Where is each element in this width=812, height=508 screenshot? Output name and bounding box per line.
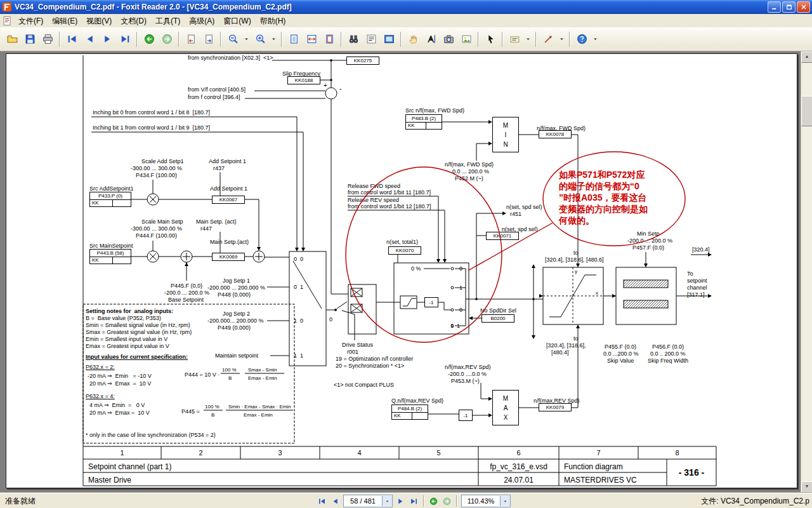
- chevron-down-icon[interactable]: [500, 496, 510, 506]
- title-bar: VC34_Compendium_C2.pdf - Foxit Reader 2.…: [0, 0, 812, 14]
- save-button[interactable]: [22, 31, 38, 48]
- status-bar: 准备就绪 58 / 481110.43% 文件: VC34_Compendium…: [0, 493, 812, 508]
- zoom-in-dropdown[interactable]: [270, 31, 278, 48]
- document-area: from synchronization [X02.3] <1>Slip Fre…: [0, 51, 812, 493]
- select-image-button[interactable]: [458, 31, 475, 48]
- chevron-down-icon[interactable]: [382, 496, 392, 506]
- status-prev-page-button[interactable]: [329, 495, 342, 507]
- menu-items: 文件(F)编辑(E)视图(V)文档(D)工具(T)高级(A)窗口(W)帮助(H): [14, 15, 290, 27]
- status-forward-button[interactable]: [440, 495, 454, 507]
- toolbar-separator: [502, 32, 503, 47]
- toolbar-separator: [281, 32, 282, 47]
- go-forward-button[interactable]: [159, 31, 175, 48]
- status-last-page-button[interactable]: [407, 495, 421, 507]
- open-button[interactable]: [4, 31, 20, 48]
- diagram-blocks: KK0275KK0188KK0067KK0069KK0070KK0071KK00…: [6, 54, 797, 488]
- zoom-in-button[interactable]: [252, 31, 268, 48]
- connector-box: KK0067: [212, 196, 245, 204]
- toolbar-separator: [220, 32, 221, 47]
- status-message: 准备就绪: [5, 496, 36, 507]
- connector-box: -1: [459, 410, 473, 421]
- help-button[interactable]: [573, 31, 590, 48]
- max-block: M A X: [492, 390, 519, 425]
- drawing-tools-dropdown[interactable]: [558, 31, 566, 48]
- drawing-tools-button[interactable]: [540, 31, 556, 48]
- toolbar-separator: [569, 32, 570, 47]
- connector-box: KK0071: [486, 232, 519, 240]
- parameter-box: P443.B (58)KK: [89, 249, 131, 264]
- status-next-page-button[interactable]: [394, 495, 407, 507]
- typewriter-dropdown[interactable]: [524, 31, 532, 48]
- file-info: 文件: VC34_Compendium_C2.p: [701, 496, 809, 507]
- parameter-box: P484.B (2)KK: [391, 404, 428, 420]
- fit-page-button[interactable]: [321, 31, 337, 48]
- connector-box: KK0078: [539, 130, 572, 138]
- select-text-button[interactable]: [422, 31, 439, 48]
- menu-edit[interactable]: 编辑(E): [48, 15, 82, 27]
- minimize-button[interactable]: [768, 1, 781, 13]
- next-view-button[interactable]: [200, 31, 217, 48]
- actual-size-button[interactable]: [285, 31, 302, 48]
- parameter-box: P483.B (2)KK: [405, 114, 442, 130]
- menu-document[interactable]: 文档(D): [116, 15, 151, 27]
- last-page-button[interactable]: [117, 31, 133, 48]
- close-button[interactable]: [797, 1, 810, 13]
- fit-width-button[interactable]: [303, 31, 320, 48]
- menu-tools[interactable]: 工具(T): [151, 15, 185, 27]
- select-annotation-button[interactable]: [482, 31, 499, 48]
- scroll-down-button[interactable]: ▼: [801, 481, 812, 493]
- menu-view[interactable]: 视图(V): [82, 15, 116, 27]
- vertical-scrollbar[interactable]: ▲ ▼: [801, 51, 812, 493]
- statusbar-separator: [423, 495, 424, 507]
- zoom-out-dropdown[interactable]: [242, 31, 251, 48]
- zoom-level-value[interactable]: 110.43%: [462, 497, 500, 505]
- hand-tool-button[interactable]: [405, 31, 421, 48]
- toolbar: [0, 27, 812, 51]
- menu-advanced[interactable]: 高级(A): [185, 15, 219, 27]
- toolbar-separator: [535, 32, 537, 47]
- status-nav-cluster: 58 / 481110.43%: [315, 495, 512, 507]
- connector-box: KK0188: [287, 76, 320, 84]
- go-back-button[interactable]: [141, 31, 157, 48]
- status-back-button[interactable]: [427, 495, 440, 507]
- next-page-button[interactable]: [99, 31, 115, 48]
- connector-box: B0200: [481, 314, 514, 323]
- menu-window[interactable]: 窗口(W): [219, 15, 255, 27]
- page-number-combo[interactable]: 58 / 481: [343, 495, 393, 507]
- print-button[interactable]: [39, 31, 56, 48]
- toolbar-separator: [178, 32, 180, 47]
- statusbar-separator: [456, 495, 457, 507]
- prev-page-button[interactable]: [81, 31, 98, 48]
- zoom-out-button[interactable]: [225, 31, 241, 48]
- connector-box: KK0070: [388, 246, 421, 255]
- connector-box: -1: [424, 297, 438, 307]
- scroll-up-button[interactable]: ▲: [801, 51, 812, 63]
- text-viewer-button[interactable]: [363, 31, 379, 48]
- window-title: VC34_Compendium_C2.pdf - Foxit Reader 2.…: [15, 3, 292, 11]
- menu-help[interactable]: 帮助(H): [256, 15, 291, 27]
- help-dropdown[interactable]: [591, 31, 599, 48]
- status-first-page-button[interactable]: [315, 495, 329, 507]
- connector-box: KK0275: [346, 57, 379, 65]
- first-page-button[interactable]: [63, 31, 80, 48]
- find-button[interactable]: [345, 31, 362, 48]
- menu-file[interactable]: 文件(F): [14, 15, 48, 27]
- pdf-document-icon: [2, 16, 12, 26]
- pdf-page[interactable]: from synchronization [X02.3] <1>Slip Fre…: [6, 53, 797, 488]
- menu-bar: 文件(F)编辑(E)视图(V)文档(D)工具(T)高级(A)窗口(W)帮助(H): [0, 14, 812, 28]
- toolbar-separator: [478, 32, 479, 47]
- prev-view-button[interactable]: [183, 31, 199, 48]
- typewriter-button[interactable]: [506, 31, 523, 48]
- connector-box: KK0079: [539, 403, 572, 411]
- zoom-level-combo[interactable]: 110.43%: [461, 495, 511, 507]
- snapshot-button[interactable]: [440, 31, 457, 48]
- maximize-button[interactable]: [782, 1, 796, 13]
- connector-box: KK0069: [212, 253, 245, 261]
- toolbar-separator: [59, 32, 60, 47]
- foxit-app-icon: [2, 2, 12, 12]
- window-controls: [768, 1, 810, 13]
- page-number-value[interactable]: 58 / 481: [344, 497, 382, 505]
- full-screen-button[interactable]: [381, 31, 397, 48]
- vertical-scrollbar-thumb[interactable]: [801, 96, 812, 126]
- toolbar-separator: [341, 32, 342, 47]
